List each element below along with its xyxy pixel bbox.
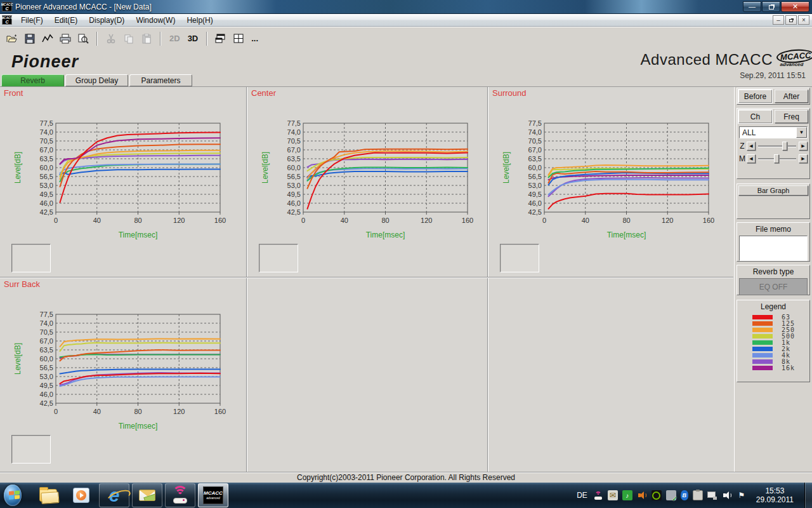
tile-windows-icon[interactable] [232,32,246,46]
tray-wireless-icon[interactable] [593,490,603,500]
mdi-restore-button[interactable] [785,15,797,25]
before-button[interactable]: Before [738,90,772,103]
more-tools-button[interactable]: ... [249,34,260,43]
tray-volume-icon[interactable] [722,490,732,500]
mdi-close-button[interactable]: × [798,15,809,25]
cut-icon[interactable] [104,32,118,46]
svg-text:74,0: 74,0 [287,128,301,136]
pioneer-logo: Pioneer [11,52,79,72]
svg-text:67,0: 67,0 [528,146,542,154]
move-slider-thumb[interactable] [774,154,779,163]
workspace: Front42,546,049,553,056,560,063,567,070,… [0,86,812,472]
svg-text:60,0: 60,0 [528,164,542,171]
menu-bar: MCACCC File(F)Edit(E)Display(D)Window(W)… [0,14,812,27]
tab-parameters[interactable]: Parameters [129,74,192,86]
view-3d-button[interactable]: 3D [186,34,200,43]
svg-text:63,5: 63,5 [40,346,53,354]
svg-text:40: 40 [93,217,101,224]
channel-mode-button[interactable]: Ch [738,110,772,123]
svg-text:60,0: 60,0 [40,164,53,171]
legend-item-1k: 1k [752,340,808,345]
legend-item-4k: 4k [752,352,808,358]
tray-bluetooth-icon[interactable] [681,490,688,500]
svg-text:60,0: 60,0 [287,164,301,171]
tray-clipboard-icon[interactable] [693,490,703,500]
chart-title: Center [251,88,276,98]
mdi-document-icon[interactable]: MCACCC [2,15,12,25]
slider-right-arrow[interactable]: ▶ [799,154,808,163]
menu-item-help[interactable]: Help(H) [181,14,218,26]
tab-group-delay[interactable]: Group Delay [65,74,128,86]
svg-text:60,0: 60,0 [40,355,53,363]
restore-button[interactable] [762,1,780,12]
svg-text:0: 0 [301,217,305,224]
start-button[interactable] [0,483,30,507]
tab-reverb[interactable]: Reverb [1,74,64,86]
reverb-chart: 42,546,049,553,056,560,063,567,070,574,0… [488,112,723,243]
graph-line-icon[interactable] [41,32,55,46]
language-indicator[interactable]: DE [577,491,587,500]
after-button[interactable]: After [775,90,808,103]
reverb-chart: 42,546,049,553,056,560,063,567,070,574,0… [0,304,235,434]
slider-left-arrow[interactable]: ◀ [747,142,756,150]
reverb-type-value: EQ OFF [739,278,808,295]
paste-icon[interactable] [140,32,154,46]
chevron-down-icon[interactable]: ▼ [796,127,807,138]
cascade-windows-icon[interactable] [214,32,228,46]
screen: MCACCC Pioneer Advanced MCACC - [New Dat… [0,0,812,508]
legend-swatch [752,347,773,351]
chart-title: Surround [492,88,526,98]
taskbar-app-wireless[interactable] [165,483,195,507]
menu-item-display[interactable]: Display(D) [83,14,130,26]
svg-text:56,5: 56,5 [528,173,542,180]
menu-item-file[interactable]: File(F) [15,14,49,26]
show-desktop-button[interactable] [804,483,812,508]
tray-audio-tool-icon[interactable] [622,490,632,500]
svg-text:0: 0 [54,408,58,415]
menu-item-window[interactable]: Window(W) [130,14,181,26]
copy-icon[interactable] [122,32,136,46]
close-button[interactable]: ✕ [781,1,809,12]
zoom-slider-thumb[interactable] [782,142,787,150]
tray-network-icon[interactable] [707,490,717,500]
legend-swatch [752,321,773,326]
menu-item-edit[interactable]: Edit(E) [49,14,84,26]
frequency-mode-button[interactable]: Freq [775,110,808,123]
taskbar-app-explorer[interactable] [33,483,63,507]
minimize-button[interactable]: — [743,1,761,12]
print-icon[interactable] [58,32,72,46]
file-memo-panel: File memo [737,222,810,262]
move-slider-track[interactable] [757,154,797,163]
tray-usb-icon[interactable] [666,490,676,500]
tray-nvidia-icon[interactable] [652,490,662,500]
taskbar-app-internet-explorer[interactable]: e [99,483,129,507]
slider-left-arrow[interactable]: ◀ [747,154,756,163]
legend-item-125: 125 [752,321,808,326]
mdi-minimize-button[interactable]: – [773,15,784,25]
svg-text:Level[dB]: Level[dB] [13,343,22,375]
tray-flag-icon[interactable] [737,490,747,500]
tray-mail-icon[interactable] [608,490,618,500]
legend-text: 16k [782,364,795,371]
tray-volume-mixer-icon[interactable] [637,490,647,500]
advanced-mcacc-title: Advanced MCACC [641,51,773,69]
view-2d-button[interactable]: 2D [167,34,182,43]
svg-text:42,5: 42,5 [40,399,53,407]
svg-text:Time[msec]: Time[msec] [366,231,405,239]
zoom-slider-track[interactable] [757,142,797,150]
title-bar: MCACCC Pioneer Advanced MCACC - [New Dat… [0,0,812,14]
clock[interactable]: 15:53 29.09.2011 [756,486,794,504]
taskbar-app-media-player[interactable] [66,483,96,507]
slider-right-arrow[interactable]: ▶ [799,142,808,150]
series-63 [60,373,221,384]
svg-text:Level[dB]: Level[dB] [13,152,22,184]
wireless-icon [171,487,189,504]
print-preview-icon[interactable] [76,32,90,46]
taskbar-app-mail[interactable] [132,483,162,507]
file-memo-field[interactable] [739,236,808,261]
open-file-icon[interactable] [5,32,19,46]
bar-graph-button[interactable]: Bar Graph [738,185,808,196]
channel-select[interactable]: ALL ▼ [739,126,808,138]
taskbar-app-mcacc[interactable]: MCACCadvanced [198,483,228,507]
save-icon[interactable] [23,32,37,46]
